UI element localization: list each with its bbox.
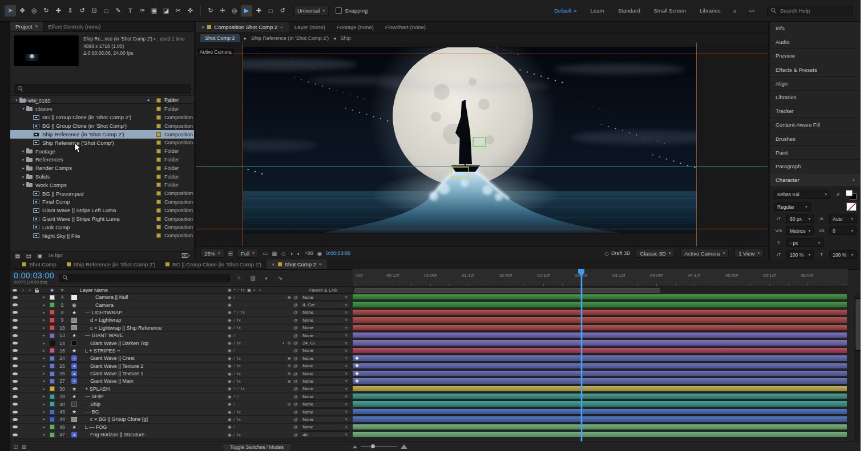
tracking-select[interactable]: 0▾ [829,226,857,235]
label-color-chip[interactable] [156,140,161,145]
layer-solo-cell[interactable] [26,332,33,339]
layer-expander[interactable]: ▸ [40,332,48,339]
project-tree-row[interactable]: BG || PrecompedComposition [10,189,194,198]
breadcrumb-layer[interactable]: Ship [341,35,351,41]
layer-duration-bar[interactable] [353,348,847,353]
pickwhip-icon[interactable]: @ [293,410,298,415]
project-tree-row[interactable]: ▸Render CompsFolder [10,164,194,172]
project-tree-row[interactable]: BG || Group Clone (in 'Shot Comp 2')Comp… [10,114,194,122]
composition-image[interactable] [243,47,697,233]
layer-visibility-toggle[interactable] [10,332,19,339]
panel-paint[interactable]: Paint [770,146,861,160]
layer-lock-cell[interactable] [33,363,40,370]
layer-name[interactable]: Fog Horizon || Strcuture [80,431,226,438]
layer-expander[interactable]: ▸ [40,378,48,384]
panel-menu-icon[interactable]: ≡ [852,177,855,183]
panel-tracker[interactable]: Tracker [770,104,861,118]
layer-label-cell[interactable] [48,408,56,415]
solo-icon[interactable]: ○ [26,287,33,293]
layer-switches[interactable]: ◉ ⁄ fx◐ ⊕ [226,339,293,346]
layer-lock-cell[interactable] [33,431,40,438]
layer-visibility-toggle[interactable] [10,408,19,415]
layer-duration-bar[interactable] [353,310,847,315]
panel-layout-icon[interactable]: ▭ [749,7,754,14]
layer-lock-cell[interactable] [33,339,40,346]
project-tree-row[interactable]: ▾ClonesFolder [10,105,194,114]
new-composition-icon[interactable]: ▣ [37,253,42,259]
layer-audio-cell[interactable] [19,416,26,423]
active-tool-indicator[interactable]: ▶ [241,5,252,17]
parent-link-dropdown[interactable]: None∨ [300,386,350,392]
workspace-libraries[interactable]: Libraries [700,7,720,14]
label-color-chip[interactable] [50,394,55,399]
pickwhip-icon[interactable]: @ [293,371,298,376]
workspace-small-screen[interactable]: Small Screen [653,7,686,14]
layer-name[interactable]: Giant Wave || Texture 2 [80,363,226,370]
viewer-tab-1[interactable]: ×Composition Shot Comp 2≡ [196,22,289,33]
timeline-layer-row[interactable]: ▸47≡Fog Horizon || Strcuture◉ ⁄ fx@48.∨ [10,431,353,439]
transparency-grid-icon[interactable]: ▦ [272,250,277,257]
layer-label-cell[interactable] [48,363,56,370]
layer-visibility-toggle[interactable] [10,301,19,308]
workspace-overflow-icon[interactable]: » [733,7,736,14]
collapse-icon[interactable]: ▾ [14,98,19,103]
label-color-chip[interactable] [156,233,161,238]
layer-audio-cell[interactable] [19,294,26,301]
eraser-tool[interactable]: ◪ [160,5,172,17]
layer-expander[interactable]: ▸ [40,416,48,423]
composition-view-area[interactable]: Active Camera [196,43,768,247]
pan-cursor-tool[interactable]: ✛ [217,5,228,17]
pen-tool[interactable]: ✎ [112,5,124,17]
eye-icon[interactable] [13,289,17,291]
expand-icon[interactable]: ▸ [21,175,26,179]
label-color-chip[interactable] [156,149,161,153]
layer-name[interactable]: + SPLASH [80,386,226,392]
label-color-chip[interactable] [156,208,161,213]
snapping-toggle[interactable]: Snapping [336,7,368,14]
parent-link-dropdown[interactable]: None∨ [300,424,350,431]
layer-label-cell[interactable] [48,294,56,301]
project-tree-row[interactable]: Giant Wave || Stripe Right LumaCompositi… [10,214,194,223]
timeline-layer-row[interactable]: ▸9d × Lightwrap◉ ⁄ fx@None∨ [10,317,353,324]
layer-solo-cell[interactable] [26,393,33,400]
label-color-chip[interactable] [50,295,55,300]
camera-dropdown[interactable]: Active Camera▾ [680,249,729,258]
layer-name[interactable]: Camera [80,301,226,308]
brush-tool[interactable]: ✑ [136,5,148,17]
layer-duration-bar[interactable] [353,333,847,338]
project-tree-row[interactable]: Ship Reference ('Shot Comp')Composition [10,139,194,147]
audio-icon[interactable]: ♪ [19,287,26,293]
layer-switches[interactable]: ◉ ⁄ fx [226,317,293,323]
panel-menu-icon[interactable]: ≡ [280,25,283,30]
label-color-chip[interactable] [156,183,161,187]
layer-expander[interactable]: ▸ [40,339,48,346]
project-tree-row[interactable]: ▸ReferencesFolder [10,156,194,164]
workspace-default[interactable]: Default≡ [554,7,576,14]
layer-audio-cell[interactable] [19,431,26,438]
project-tree-row[interactable]: ▸FootageFolder [10,147,194,156]
timeline-layer-row[interactable]: ▸10c × Lightwrap || Ship Reference◉ ⁄ fx… [10,325,353,332]
parent-link-dropdown[interactable]: None∨ [300,363,350,370]
layer-expander[interactable]: ▸ [40,325,48,331]
layer-solo-cell[interactable] [26,317,33,323]
layer-visibility-toggle[interactable] [10,339,19,346]
timeline-zoom-control[interactable] [353,444,407,449]
layer-switches[interactable]: ◉ ⁄ [226,347,293,354]
shape-tool[interactable]: □ [100,5,112,17]
zoom-out-icon[interactable] [353,445,357,448]
layer-label-cell[interactable] [48,386,56,392]
motion-blur-icon[interactable]: ◐ [262,275,271,281]
horizontal-scale-select[interactable]: 100 %▾ [829,250,857,259]
layer-expander[interactable]: ▸ [40,400,48,407]
layer-switches[interactable]: ◉ ⁄ fx⊕ [226,378,293,384]
layer-solo-cell[interactable] [26,325,33,331]
rotation-tool[interactable]: ↺ [76,5,88,17]
layer-name[interactable]: Giant Wave || Crest [80,355,226,362]
layer-expander[interactable]: ▸ [40,309,48,316]
layer-audio-cell[interactable] [19,424,26,431]
viewer-tab-3[interactable]: Footage (none) [331,22,380,33]
zoom-slider-thumb[interactable] [371,444,375,448]
project-search-input[interactable] [14,84,191,94]
pan-camera-tool[interactable]: ✚ [53,5,64,17]
font-family-select[interactable]: Bebas Kai▾ [774,191,830,199]
